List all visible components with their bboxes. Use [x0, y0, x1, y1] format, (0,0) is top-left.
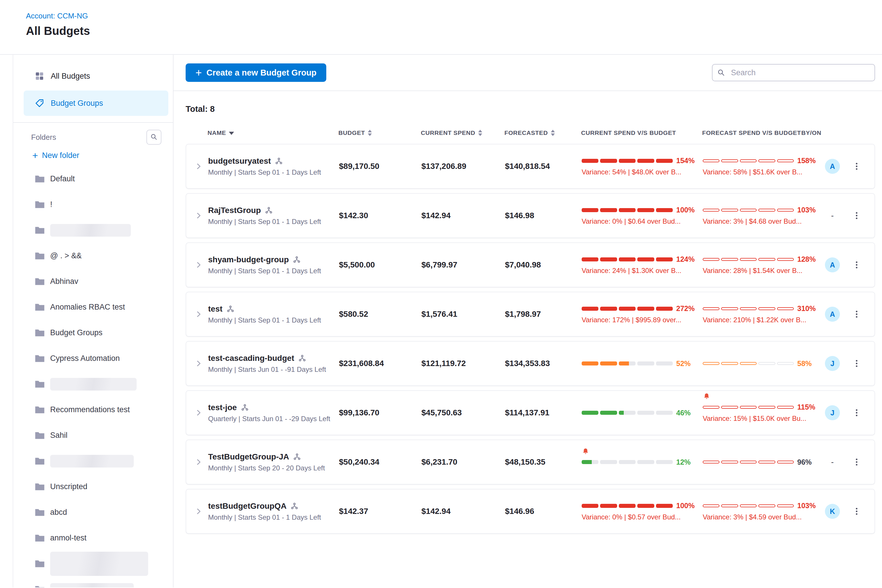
table-row[interactable]: budgetsuryatestMonthly | Starts Sep 01 -… [186, 144, 875, 189]
table-row[interactable]: test-joeQuarterly | Starts Jun 01 - -29 … [186, 390, 875, 435]
row-menu-button[interactable] [847, 211, 866, 220]
sidebar-item-budget-groups[interactable]: Budget Groups [24, 90, 168, 116]
total-count: Total: 8 [186, 104, 875, 114]
bar-segment [758, 208, 775, 212]
folder-item[interactable]: Budget Groups [13, 320, 173, 346]
forecasted-value: $114,137.91 [505, 408, 582, 417]
expand-chevron-icon[interactable] [194, 408, 208, 417]
current-spend-value: $6,231.70 [422, 458, 505, 466]
bar-segment [656, 504, 673, 508]
row-menu-button[interactable] [847, 457, 866, 467]
row-menu-button[interactable] [847, 408, 866, 418]
row-menu-button[interactable] [847, 260, 866, 270]
by-on-cell: K [818, 504, 847, 519]
owner-avatar[interactable]: J [825, 356, 840, 371]
bar-segment [740, 504, 757, 507]
budget-group-name[interactable]: test-cascading-budget [208, 354, 294, 363]
bar-segment [758, 504, 775, 507]
expand-chevron-icon[interactable] [194, 261, 208, 269]
budget-group-name[interactable]: TestBudgetGroup-JA [208, 452, 289, 462]
owner-avatar[interactable]: A [825, 307, 840, 322]
expand-chevron-icon[interactable] [194, 507, 208, 516]
bar-segment [721, 504, 738, 507]
owner-avatar[interactable]: A [825, 257, 840, 272]
table-row[interactable]: testBudgetGroupQAMonthly | Starts Sep 01… [186, 489, 875, 534]
folder-item[interactable]: Default [13, 166, 173, 192]
budget-group-name[interactable]: test [208, 304, 222, 314]
row-menu-button[interactable] [847, 161, 866, 171]
plus-icon: + [195, 68, 202, 78]
tag-icon [34, 98, 44, 108]
bar-segment [703, 406, 719, 409]
table-row[interactable]: testMonthly | Starts Sep 01 - 1 Days Lef… [186, 292, 875, 337]
table-row[interactable]: test-cascading-budgetMonthly | Starts Ju… [186, 341, 875, 386]
owner-avatar[interactable]: A [825, 159, 840, 174]
folder-icon [34, 457, 45, 465]
budget-group-icon [265, 206, 273, 214]
column-header-current-spend[interactable]: CURRENT SPEND [421, 129, 504, 136]
bar-segment [703, 504, 719, 507]
budget-group-name[interactable]: budgetsuryatest [208, 156, 271, 166]
folder-item[interactable]: Recommendations test [13, 397, 173, 423]
folder-item[interactable]: Anomalies RBAC test [13, 294, 173, 320]
budget-group-name[interactable]: RajTestGroup [208, 206, 261, 215]
bar-segment [703, 258, 719, 261]
table-row[interactable]: TestBudgetGroup-JAMonthly | Starts Sep 2… [186, 440, 875, 484]
column-header-name[interactable]: NAME [207, 129, 338, 136]
row-menu-button[interactable] [847, 506, 866, 516]
owner-avatar[interactable]: K [825, 504, 840, 519]
folder-item[interactable]: anmol-test [13, 525, 173, 551]
expand-chevron-icon[interactable] [194, 458, 208, 466]
expand-chevron-icon[interactable] [194, 162, 208, 171]
bar-segment [582, 411, 598, 415]
folder-item[interactable]: abcd [13, 500, 173, 525]
create-budget-group-button[interactable]: + Create a new Budget Group [186, 63, 326, 82]
expand-chevron-icon[interactable] [194, 310, 208, 318]
expand-chevron-icon[interactable] [194, 211, 208, 220]
forecasted-value: $146.98 [505, 211, 582, 220]
name-cell: test-joeQuarterly | Starts Jun 01 - -29 … [208, 403, 339, 423]
bar-segment [740, 208, 757, 212]
page-body: All Budgets Budget Groups Folders + [0, 55, 882, 587]
sidebar-item-all-budgets[interactable]: All Budgets [24, 63, 168, 89]
bar-segment [619, 411, 636, 415]
bar-segment [637, 257, 654, 261]
loading-placeholder [50, 552, 148, 576]
total-value: 8 [210, 104, 215, 114]
budget-group-name[interactable]: shyam-budget-group [208, 255, 289, 264]
table-row[interactable]: shyam-budget-groupMonthly | Starts Sep 0… [186, 242, 875, 287]
budget-group-name[interactable]: testBudgetGroupQA [208, 501, 286, 511]
column-header-budget[interactable]: BUDGET [338, 129, 421, 136]
loading-placeholder [50, 378, 136, 390]
forecast-vs-budget-percent: 128% [797, 255, 816, 264]
bar-segment [777, 460, 794, 464]
budget-group-name[interactable]: test-joe [208, 403, 237, 412]
owner-avatar[interactable]: J [825, 405, 840, 420]
column-header-forecasted[interactable]: FORECASTED [504, 129, 581, 136]
folder-item[interactable]: ! [13, 192, 173, 218]
bar-segment [600, 307, 617, 311]
bar-segment [637, 307, 654, 311]
folder-item[interactable]: Abhinav [13, 268, 173, 294]
folder-search-button[interactable] [146, 130, 161, 145]
folder-item[interactable]: @ . > && [13, 243, 173, 268]
bar-segment [600, 411, 617, 415]
current-vs-budget-cell: 100%Variance: 0% | $0.64 over Bud... [582, 206, 703, 225]
folder-item[interactable]: Sahil [13, 423, 173, 448]
account-breadcrumb[interactable]: Account: CCM-NG [26, 12, 88, 21]
name-cell: shyam-budget-groupMonthly | Starts Sep 0… [208, 255, 339, 275]
folder-name: Cypress Automation [50, 354, 120, 363]
row-menu-button[interactable] [847, 309, 866, 319]
alert-bell-icon [703, 393, 711, 400]
new-folder-button[interactable]: + New folder [13, 147, 173, 166]
current-vs-budget-percent: 124% [676, 255, 694, 264]
search-input[interactable] [712, 64, 875, 81]
folder-item[interactable]: Unscripted [13, 474, 173, 500]
forecasted-value: $134,353.83 [505, 359, 582, 368]
budget-value: $99,136.70 [339, 408, 422, 417]
folder-item[interactable]: Cypress Automation [13, 346, 173, 371]
bar-segment [758, 362, 775, 365]
table-row[interactable]: RajTestGroupMonthly | Starts Sep 01 - 1 … [186, 193, 875, 238]
row-menu-button[interactable] [847, 358, 866, 368]
expand-chevron-icon[interactable] [194, 359, 208, 368]
